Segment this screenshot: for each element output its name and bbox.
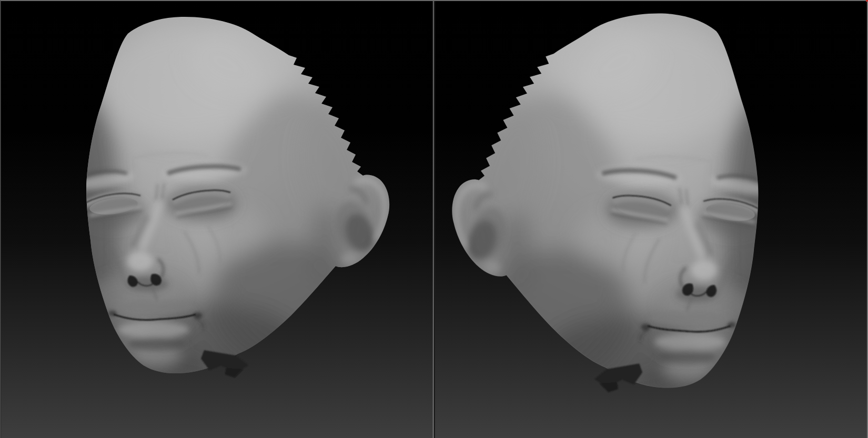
sculpt-viewport-right[interactable] xyxy=(435,0,868,438)
sculpt-viewport-left[interactable] xyxy=(0,0,433,438)
zbrush-document-area xyxy=(0,0,868,438)
panel-divider xyxy=(433,0,435,438)
sculpt-canvas-right xyxy=(435,0,868,438)
corner-red-mark xyxy=(866,0,868,2)
frame-top-border xyxy=(0,0,868,1)
sculpt-canvas-left xyxy=(0,0,433,438)
frame-left-border-inner xyxy=(1,0,1,438)
frame-left-border xyxy=(0,0,1,438)
